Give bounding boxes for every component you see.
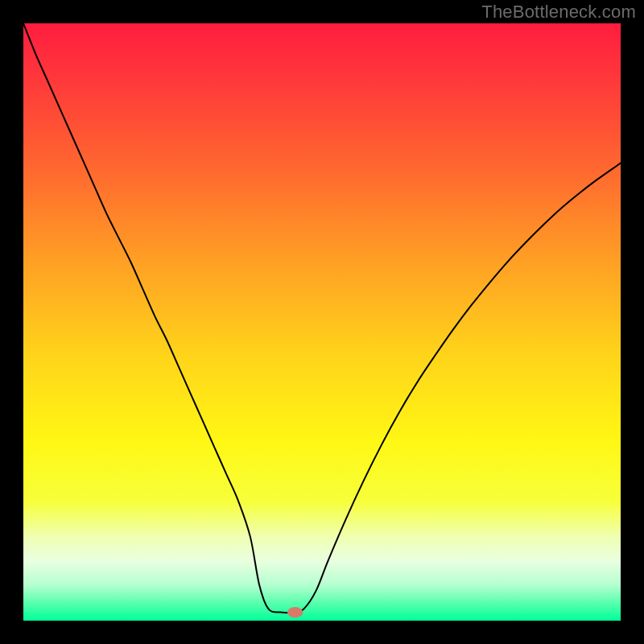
chart-frame: TheBottleneck.com — [0, 0, 644, 644]
gradient-background — [23, 23, 621, 621]
bottleneck-chart — [23, 23, 621, 621]
plot-area — [23, 23, 621, 621]
watermark-text: TheBottleneck.com — [481, 2, 636, 23]
optimal-point-marker — [287, 607, 303, 617]
